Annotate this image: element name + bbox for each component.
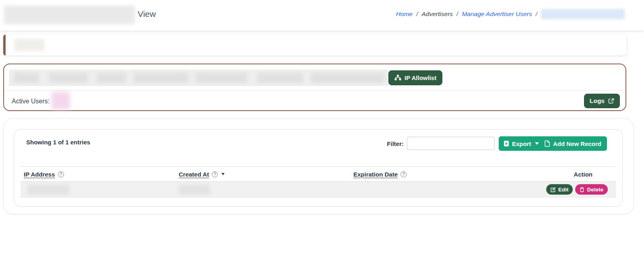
table-card: Showing 1 of 1 entries Filter: Export	[14, 129, 623, 207]
column-header-expiration-date[interactable]: Expiration Date ?	[353, 171, 527, 178]
logs-label: Logs	[590, 97, 605, 105]
redacted-tab[interactable]	[196, 73, 247, 83]
breadcrumb-separator: /	[456, 10, 458, 18]
breadcrumb: Home / Advertisers / Manage Advertiser U…	[396, 8, 625, 20]
logs-button[interactable]: Logs	[584, 94, 620, 108]
trash-icon	[580, 187, 584, 192]
column-header-ip-address[interactable]: IP Address ?	[21, 171, 179, 178]
sitemap-icon	[394, 75, 401, 81]
column-header-action: Action	[527, 171, 616, 178]
breadcrumb-manage-advertiser-users[interactable]: Manage Advertiser Users	[462, 10, 532, 18]
ip-allowlist-button[interactable]: IP Allowlist	[388, 70, 442, 85]
redacted-ip-address	[27, 185, 69, 195]
redacted-breadcrumb-current	[541, 9, 625, 19]
breadcrumb-separator: /	[416, 10, 418, 18]
page: View Home / Advertisers / Manage Adverti…	[0, 0, 644, 261]
edit-button[interactable]: Edit	[546, 184, 573, 195]
filter-label: Filter:	[384, 140, 404, 147]
redacted-tab[interactable]	[97, 73, 126, 83]
export-label: Export	[512, 140, 531, 147]
help-icon[interactable]: ?	[400, 171, 407, 177]
add-new-record-button[interactable]: Add New Record	[539, 136, 607, 151]
note-card	[3, 35, 627, 55]
tab-bar[interactable]	[9, 70, 388, 86]
redacted-created-at	[179, 185, 210, 195]
table-header-row: IP Address ? Created At ? Expiration Dat…	[21, 166, 616, 182]
add-new-record-label: Add New Record	[553, 140, 601, 147]
delete-label: Delete	[587, 187, 603, 193]
redacted-tab[interactable]	[14, 73, 39, 83]
redacted-tab[interactable]	[49, 73, 88, 83]
divider	[4, 90, 625, 90]
page-header: View Home / Advertisers / Manage Adverti…	[0, 0, 644, 31]
table-section: Showing 1 of 1 entries Filter: Export	[3, 118, 634, 214]
redacted-active-users-value	[52, 92, 70, 109]
cell-created-at	[179, 185, 353, 195]
redacted-tab[interactable]	[134, 73, 188, 83]
breadcrumb-home[interactable]: Home	[396, 10, 413, 18]
column-header-created-at[interactable]: Created At ?	[179, 171, 353, 178]
breadcrumb-separator: /	[536, 10, 537, 18]
redacted-page-title	[4, 6, 135, 24]
excel-file-icon	[504, 140, 509, 147]
delete-button[interactable]: Delete	[575, 184, 608, 195]
redacted-note-label	[14, 39, 44, 51]
breadcrumb-advertisers: Advertisers	[422, 10, 453, 18]
edit-label: Edit	[558, 187, 569, 193]
sort-desc-icon	[221, 173, 225, 175]
advertiser-panel-card: IP Allowlist Active Users: Logs	[3, 64, 626, 111]
help-icon[interactable]: ?	[212, 171, 218, 177]
export-button[interactable]: Export	[499, 136, 544, 151]
table-row: Edit Delete	[21, 182, 616, 197]
external-link-icon	[608, 98, 614, 104]
active-users-label: Active Users:	[12, 98, 50, 105]
cell-ip-address	[21, 185, 179, 195]
caret-down-icon	[535, 142, 539, 145]
filter-input[interactable]	[407, 137, 495, 150]
ip-allowlist-table: IP Address ? Created At ? Expiration Dat…	[21, 166, 616, 197]
redacted-tab[interactable]	[311, 73, 384, 83]
edit-pencil-icon	[551, 187, 556, 192]
redacted-tab[interactable]	[258, 73, 303, 83]
help-icon[interactable]: ?	[58, 171, 64, 177]
page-title-view: View	[138, 9, 156, 19]
showing-entries-text: Showing 1 of 1 entries	[26, 139, 90, 146]
cell-action: Edit Delete	[527, 184, 616, 195]
ip-allowlist-label: IP Allowlist	[405, 74, 436, 81]
file-icon	[545, 140, 550, 147]
